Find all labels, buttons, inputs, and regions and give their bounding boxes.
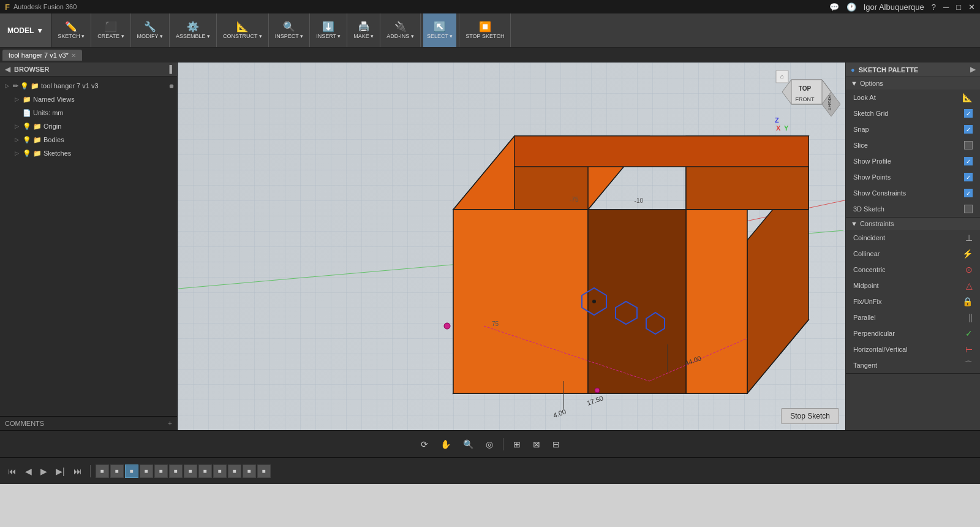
modify-btn[interactable]: 🔧 MODIFY ▾ <box>134 13 167 47</box>
timeline-icon-4[interactable]: ■ <box>140 464 153 478</box>
viewport[interactable]: 17.50 44.00 4.00 75 100 -75 -10 TOP FRON… <box>178 63 845 430</box>
select-btn[interactable]: ↖️ SELECT ▾ <box>423 13 456 47</box>
timeline-icon-5[interactable]: ■ <box>154 464 168 478</box>
expand-icon[interactable]: ▷ <box>12 150 21 156</box>
perpendicular-icon[interactable]: ✓ <box>960 328 973 338</box>
bulb-icon[interactable]: 💡 <box>20 82 29 90</box>
tab-close-button[interactable]: ✕ <box>71 52 76 59</box>
options-section-header[interactable]: ▼ Options <box>846 77 980 89</box>
tree-item-named-views[interactable]: ▷ 📁 Named Views <box>0 93 177 106</box>
browser-collapse-icon[interactable]: ▐ <box>167 65 172 74</box>
help-icon[interactable]: ? <box>932 2 936 12</box>
user-name[interactable]: Igor Albuquerque <box>864 2 924 12</box>
show-points-checkbox[interactable]: ✓ <box>964 173 973 181</box>
timeline-icon-3[interactable]: ■ <box>125 464 138 478</box>
timeline-icon-9[interactable]: ■ <box>213 464 227 478</box>
tree-item-units[interactable]: 📄 Units: mm <box>0 106 177 119</box>
expand-icon[interactable]: ▷ <box>2 83 11 89</box>
midpoint-icon[interactable]: △ <box>960 281 973 290</box>
play-btn[interactable]: ▶ <box>37 464 50 478</box>
sketch-create-btn[interactable]: ✏️ SKETCH ▾ <box>54 13 88 47</box>
show-profile-row: Show Profile ✓ <box>846 153 980 169</box>
maximize-button[interactable]: □ <box>956 2 961 12</box>
bulb-icon[interactable]: 💡 <box>23 150 31 157</box>
close-button[interactable]: ✕ <box>968 2 975 12</box>
3d-sketch-label: 3D Sketch <box>853 205 884 213</box>
show-constraints-checkbox[interactable]: ✓ <box>964 189 973 197</box>
timeline-icon-10[interactable]: ■ <box>228 464 241 478</box>
timeline-icon-11[interactable]: ■ <box>243 464 256 478</box>
last-frame-btn[interactable]: ⏭ <box>70 464 85 478</box>
next-frame-btn[interactable]: ▶| <box>53 464 68 478</box>
constraints-label: Constraints <box>860 220 894 227</box>
inspect-btn[interactable]: 🔍 INSPECT ▾ <box>271 13 307 47</box>
timeline-icon-2[interactable]: ■ <box>110 464 124 478</box>
expand-icon[interactable]: ▷ <box>12 123 21 129</box>
timeline-icon-7[interactable]: ■ <box>184 464 197 478</box>
comments-add-icon[interactable]: + <box>168 419 172 428</box>
3d-sketch-checkbox[interactable] <box>964 205 973 213</box>
addins-btn[interactable]: 🔌 ADD-INS ▾ <box>383 13 418 47</box>
sketch-grid-checkbox[interactable]: ✓ <box>964 109 973 118</box>
stop-sketch-button[interactable]: Stop Sketch <box>781 408 839 424</box>
timeline-icon-6[interactable]: ■ <box>169 464 183 478</box>
orbit-btn[interactable]: ⟳ <box>416 437 433 452</box>
construct-btn[interactable]: 📐 CONSTRUCT ▾ <box>219 13 266 47</box>
show-points-label: Show Points <box>853 173 891 181</box>
fit-btn[interactable]: ◎ <box>481 437 498 452</box>
make-btn[interactable]: 🖨️ MAKE ▾ <box>350 13 377 47</box>
svg-text:FRONT: FRONT <box>796 96 815 102</box>
prev-frame-btn[interactable]: ◀ <box>22 464 35 478</box>
timeline-icon-1[interactable]: ■ <box>96 464 109 478</box>
model-dropdown[interactable]: MODEL ▼ <box>0 13 51 47</box>
tree-item-sketches[interactable]: ▷ 💡 📁 Sketches <box>0 146 177 160</box>
show-profile-checkbox[interactable]: ✓ <box>964 157 973 165</box>
concentric-icon[interactable]: ⊙ <box>960 265 973 275</box>
viewcube[interactable]: TOP FRONT RIGHT ⌂ X Y Z <box>773 67 840 135</box>
insert-btn[interactable]: ⬇️ INSERT ▾ <box>312 13 344 47</box>
expand-icon[interactable]: ▷ <box>12 96 21 102</box>
look-at-icon[interactable]: 📐 <box>960 93 973 102</box>
tangent-icon[interactable]: ⌒ <box>960 360 973 371</box>
midpoint-label: Midpoint <box>853 282 879 289</box>
first-frame-btn[interactable]: ⏮ <box>5 464 20 478</box>
notification-icon[interactable]: 💬 <box>829 2 839 12</box>
palette-expand-icon[interactable]: ▶ <box>970 66 975 74</box>
bulb-icon[interactable]: 💡 <box>23 136 31 144</box>
pan-btn[interactable]: ✋ <box>435 437 456 452</box>
record-icon[interactable]: ⏺ <box>168 83 175 89</box>
app-icon: F <box>5 2 10 12</box>
expand-icon[interactable]: ▷ <box>12 137 21 143</box>
active-tab[interactable]: tool hanger 7 v1 v3* ✕ <box>2 50 82 61</box>
timeline-icon-12[interactable]: ■ <box>257 464 271 478</box>
fix-unfix-icon[interactable]: 🔒 <box>960 297 973 306</box>
svg-point-19 <box>595 388 600 393</box>
horizontal-vertical-label: Horizontal/Vertical <box>853 346 908 353</box>
parallel-icon[interactable]: ∥ <box>960 313 973 322</box>
coincident-icon[interactable]: ⊥ <box>960 233 973 243</box>
modify-group: 🔧 MODIFY ▾ <box>131 13 170 47</box>
grid-settings-btn[interactable]: ⊠ <box>528 437 545 452</box>
layout-btn[interactable]: ⊟ <box>548 437 565 452</box>
snap-checkbox[interactable]: ✓ <box>964 125 973 134</box>
collinear-icon[interactable]: ⚡ <box>960 249 973 259</box>
browser-back-icon[interactable]: ◀ <box>5 65 10 74</box>
midpoint-row: Midpoint △ <box>846 278 980 294</box>
stop-sketch-toolbar-btn[interactable]: ⏹️ STOP SKETCH <box>462 13 508 47</box>
tree-item-root[interactable]: ▷ ✏ 💡 📁 tool hanger 7 v1 v3 ⏺ <box>0 79 177 93</box>
display-settings-btn[interactable]: ⊞ <box>508 437 526 452</box>
comments-label: COMMENTS <box>5 420 44 427</box>
constraints-section-header[interactable]: ▼ Constraints <box>846 218 980 230</box>
assemble-btn[interactable]: ⚙️ ASSEMBLE ▾ <box>172 13 214 47</box>
construct-group: 📐 CONSTRUCT ▾ <box>217 13 269 47</box>
zoom-btn[interactable]: 🔍 <box>458 437 478 452</box>
tree-item-origin[interactable]: ▷ 💡 📁 Origin <box>0 119 177 133</box>
slice-checkbox[interactable] <box>964 141 973 150</box>
create-btn[interactable]: ⬛ CREATE ▾ <box>94 13 127 47</box>
clock-icon[interactable]: 🕐 <box>846 2 856 12</box>
timeline-icon-8[interactable]: ■ <box>198 464 212 478</box>
horizontal-vertical-icon[interactable]: ⊢ <box>960 344 973 354</box>
minimize-button[interactable]: ─ <box>943 2 949 12</box>
tree-item-bodies[interactable]: ▷ 💡 📁 Bodies <box>0 133 177 146</box>
bulb-icon[interactable]: 💡 <box>23 123 31 131</box>
